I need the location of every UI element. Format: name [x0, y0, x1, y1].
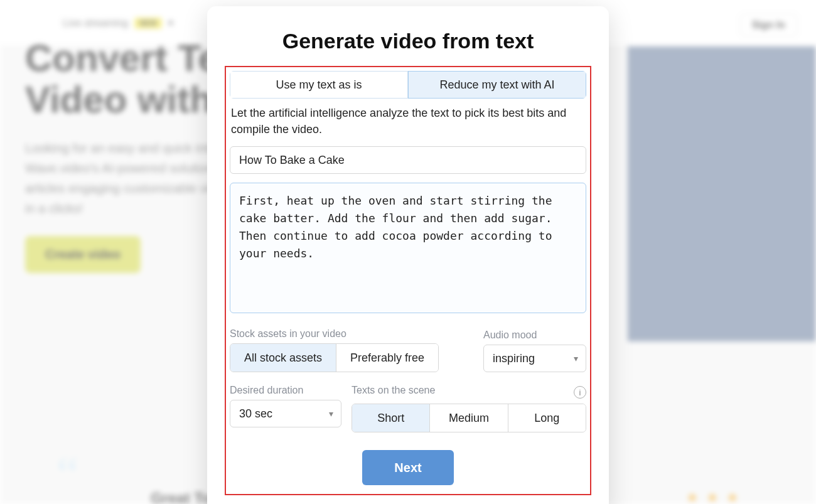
info-icon[interactable]: i	[574, 386, 586, 399]
texts-option-short[interactable]: Short	[352, 404, 430, 432]
generate-video-modal: Generate video from text Use my text as …	[207, 6, 609, 504]
audio-mood-select[interactable]: inspiring ▾	[483, 345, 586, 372]
texts-on-scene-label: Texts on the scene	[352, 385, 435, 396]
text-mode-toggle: Use my text as is Reduce my text with AI	[230, 71, 586, 99]
tab-use-my-text[interactable]: Use my text as is	[230, 71, 408, 99]
stock-option-free[interactable]: Preferably free	[336, 344, 438, 372]
audio-mood-value: inspiring	[493, 352, 535, 365]
stock-assets-field: Stock assets in your video All stock ass…	[230, 328, 439, 372]
modal-title: Generate video from text	[225, 29, 591, 53]
tab-reduce-with-ai[interactable]: Reduce my text with AI	[408, 71, 586, 99]
texts-on-scene-field: Texts on the scene i Short Medium Long	[352, 385, 586, 432]
texts-option-long[interactable]: Long	[508, 404, 586, 432]
duration-label: Desired duration	[230, 385, 341, 396]
mode-description: Let the artificial intelligence analyze …	[231, 105, 585, 137]
audio-mood-field: Audio mood inspiring ▾	[483, 330, 586, 372]
video-body-textarea[interactable]	[230, 183, 586, 313]
texts-length-toggle: Short Medium Long	[352, 404, 586, 432]
stock-option-all[interactable]: All stock assets	[230, 344, 336, 372]
stock-assets-label: Stock assets in your video	[230, 328, 439, 340]
duration-field: Desired duration 30 sec ▾	[230, 385, 341, 432]
texts-option-medium[interactable]: Medium	[430, 404, 508, 432]
duration-select[interactable]: 30 sec ▾	[230, 400, 341, 427]
next-button[interactable]: Next	[362, 450, 454, 485]
highlight-box: Use my text as is Reduce my text with AI…	[225, 66, 591, 495]
stock-assets-toggle: All stock assets Preferably free	[230, 343, 439, 372]
audio-mood-label: Audio mood	[483, 330, 586, 341]
chevron-down-icon: ▾	[574, 353, 578, 363]
duration-value: 30 sec	[239, 407, 272, 421]
video-title-input[interactable]	[230, 146, 586, 174]
chevron-down-icon: ▾	[329, 409, 333, 419]
